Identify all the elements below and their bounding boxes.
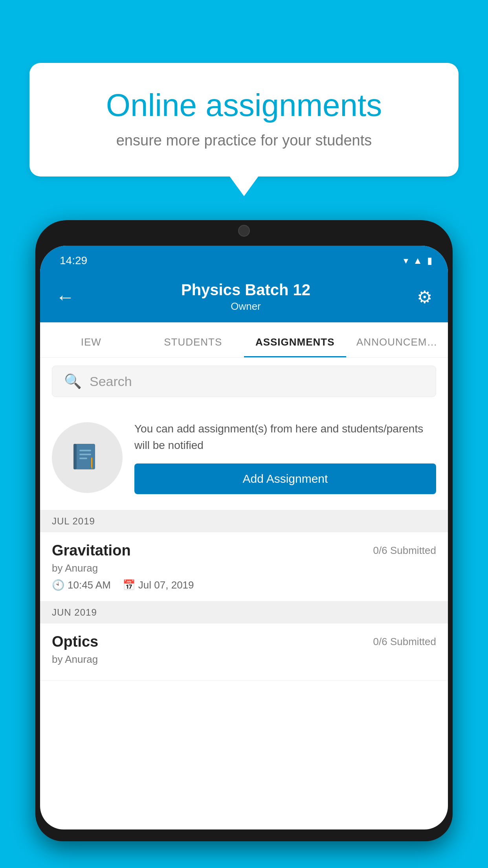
status-time: 14:29 [60, 254, 87, 267]
phone-mockup: 14:29 ▾ ▲ ▮ ← Physics Batch 12 Owner ⚙ I… [35, 220, 453, 868]
speech-bubble-wrapper: Online assignments ensure more practice … [29, 63, 459, 177]
tab-iew[interactable]: IEW [40, 336, 142, 357]
tabs-container: IEW STUDENTS ASSIGNMENTS ANNOUNCEM… [40, 322, 448, 358]
assignment-gravitation[interactable]: Gravitation 0/6 Submitted by Anurag 🕙 10… [40, 532, 448, 601]
optics-author: by Anurag [52, 653, 436, 666]
assignment-author: by Anurag [52, 562, 436, 574]
app-bar-subtitle: Owner [181, 300, 310, 313]
assignment-time: 🕙 10:45 AM [52, 579, 111, 591]
assignment-date: 📅 Jul 07, 2019 [123, 579, 194, 591]
section-header-jun: JUN 2019 [40, 601, 448, 623]
add-section-right: You can add assignment(s) from here and … [134, 421, 436, 494]
add-assignment-section: You can add assignment(s) from here and … [40, 405, 448, 510]
search-bar[interactable]: 🔍 Search [52, 366, 436, 397]
assignment-icon-circle [52, 422, 123, 493]
svg-rect-1 [73, 444, 77, 469]
bubble-title: Online assignments [61, 86, 427, 124]
assignment-time-value: 10:45 AM [68, 579, 111, 591]
assignment-name: Gravitation [52, 542, 131, 559]
assignment-meta: 🕙 10:45 AM 📅 Jul 07, 2019 [52, 579, 436, 591]
phone-outer: 14:29 ▾ ▲ ▮ ← Physics Batch 12 Owner ⚙ I… [35, 220, 453, 841]
tab-assignments[interactable]: ASSIGNMENTS [244, 336, 346, 357]
tab-students[interactable]: STUDENTS [142, 336, 244, 357]
app-bar-center: Physics Batch 12 Owner [181, 281, 310, 313]
svg-rect-4 [79, 458, 87, 459]
add-assignment-button[interactable]: Add Assignment [134, 463, 436, 494]
assignment-submitted: 0/6 Submitted [373, 544, 436, 557]
search-placeholder: Search [90, 374, 132, 389]
add-description: You can add assignment(s) from here and … [134, 421, 436, 454]
phone-screen: 14:29 ▾ ▲ ▮ ← Physics Batch 12 Owner ⚙ I… [40, 246, 448, 829]
search-icon: 🔍 [64, 373, 82, 390]
signal-icon: ▲ [413, 255, 422, 266]
app-bar: ← Physics Batch 12 Owner ⚙ [40, 271, 448, 322]
front-camera [238, 225, 250, 237]
tab-announcements[interactable]: ANNOUNCEM… [346, 336, 448, 357]
app-bar-title: Physics Batch 12 [181, 281, 310, 299]
optics-name: Optics [52, 633, 98, 650]
speech-bubble: Online assignments ensure more practice … [29, 63, 459, 177]
optics-row1: Optics 0/6 Submitted [52, 633, 436, 650]
section-header-jul: JUL 2019 [40, 510, 448, 532]
optics-submitted: 0/6 Submitted [373, 636, 436, 648]
svg-rect-5 [91, 458, 92, 467]
notebook-icon [70, 440, 105, 475]
status-bar: 14:29 ▾ ▲ ▮ [40, 246, 448, 271]
calendar-icon: 📅 [123, 579, 135, 591]
svg-rect-3 [79, 454, 91, 455]
clock-icon: 🕙 [52, 579, 64, 591]
back-button[interactable]: ← [56, 286, 75, 308]
status-icons: ▾ ▲ ▮ [404, 255, 432, 266]
battery-icon: ▮ [427, 255, 432, 266]
assignment-optics[interactable]: Optics 0/6 Submitted by Anurag [40, 623, 448, 680]
search-bar-wrapper: 🔍 Search [40, 358, 448, 405]
bubble-subtitle: ensure more practice for your students [61, 132, 427, 149]
assignment-date-value: Jul 07, 2019 [138, 579, 194, 591]
wifi-icon: ▾ [404, 255, 408, 266]
settings-icon[interactable]: ⚙ [417, 287, 432, 307]
svg-rect-2 [79, 450, 91, 451]
phone-notch [205, 220, 283, 242]
assignment-row1: Gravitation 0/6 Submitted [52, 542, 436, 559]
